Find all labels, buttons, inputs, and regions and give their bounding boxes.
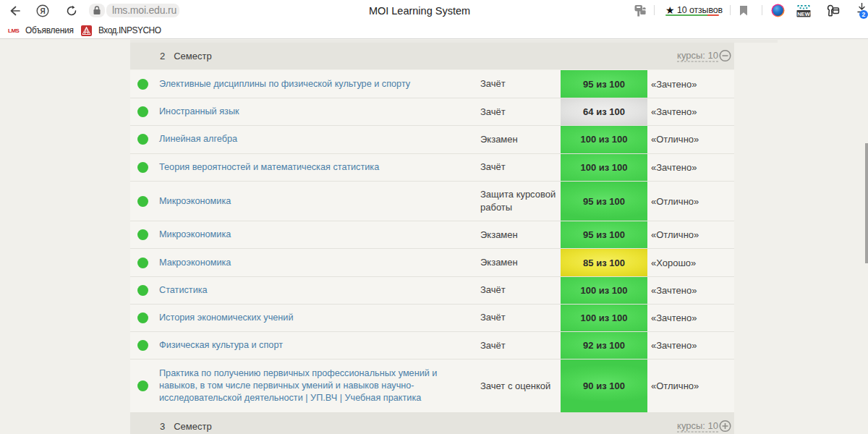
svg-text:Я: Я <box>40 7 45 15</box>
svg-text:NEW: NEW <box>797 11 811 17</box>
